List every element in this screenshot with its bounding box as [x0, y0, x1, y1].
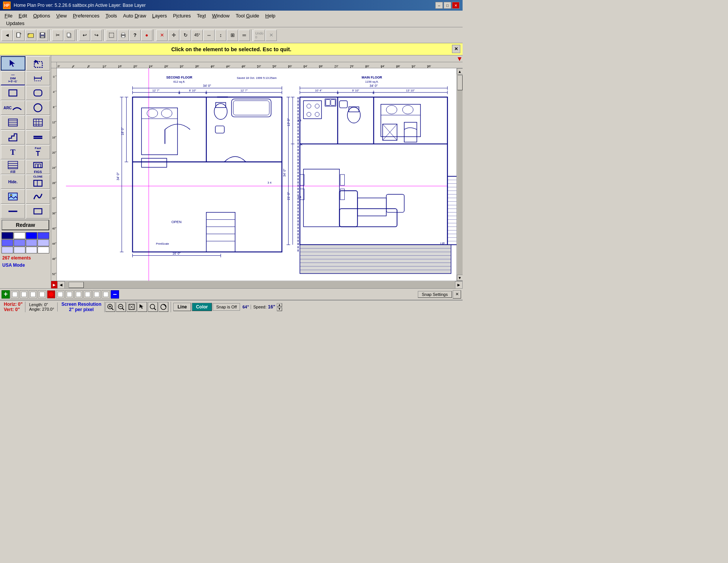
speed-up-button[interactable]: ▲ — [277, 303, 282, 307]
color-blue8[interactable] — [14, 247, 25, 253]
toolbar-cut[interactable]: ✂ — [52, 30, 63, 41]
menu-file[interactable]: File — [2, 11, 16, 20]
toolbar-move[interactable]: ✛ — [168, 30, 179, 41]
toolbar-mirror-v[interactable]: ↕ — [215, 30, 226, 41]
menu-options[interactable]: Options — [30, 11, 53, 20]
h-scroll-left-button[interactable]: ◄ — [57, 281, 65, 288]
text-tool[interactable]: T — [1, 145, 25, 159]
hide-tool[interactable]: Hide. — [1, 175, 25, 189]
minimize-button[interactable]: – — [435, 2, 443, 9]
arc-tool[interactable]: ARC — [1, 101, 25, 115]
toolbar-help[interactable]: ? — [129, 30, 141, 41]
menu-tools[interactable]: Tools — [102, 11, 120, 20]
color-dark-blue[interactable] — [2, 232, 13, 239]
snap-dot-white-5[interactable] — [56, 290, 64, 299]
picture-tool[interactable] — [1, 189, 25, 204]
select-arrow-tool[interactable] — [1, 56, 25, 71]
color-white2[interactable] — [38, 247, 49, 253]
toolbar-redo[interactable]: ↪ — [91, 30, 102, 41]
zoom-in-button[interactable] — [105, 302, 115, 312]
toolbar-undo2[interactable]: Undo0 — [254, 30, 265, 41]
snap-dot-white-7[interactable] — [74, 290, 83, 299]
menu-text[interactable]: Text — [194, 11, 209, 20]
menu-preferences[interactable]: Preferences — [70, 11, 102, 20]
toolbar-record[interactable]: ● — [141, 30, 152, 41]
menu-window[interactable]: Window — [209, 11, 232, 20]
dim-tool[interactable] — [26, 71, 50, 85]
maximize-button[interactable]: □ — [444, 2, 451, 9]
select-zoom-button[interactable] — [137, 302, 147, 312]
toolbar-arrange[interactable]: ⊞ — [227, 30, 238, 41]
menu-layers[interactable]: Layers — [149, 11, 170, 20]
snap-dot-white-2[interactable] — [20, 290, 28, 299]
redraw-button[interactable]: Redraw — [2, 220, 49, 230]
down-arrow-indicator[interactable] — [457, 55, 463, 62]
line2-tool[interactable] — [1, 204, 25, 219]
color-blue2[interactable] — [38, 232, 49, 239]
menu-pictures[interactable]: Pictures — [170, 11, 194, 20]
snap-off-indicator[interactable]: Snap is Off — [213, 303, 240, 311]
snap-plus-button[interactable]: + — [2, 290, 10, 299]
snap-dot-white-1[interactable] — [11, 290, 19, 299]
toolbar-redo2[interactable]: ✕ — [265, 30, 277, 41]
snap-dot-red[interactable] — [47, 290, 55, 299]
color-blue1[interactable] — [26, 232, 38, 239]
menu-updates[interactable]: Updates — [3, 20, 27, 26]
select-box-tool[interactable] — [26, 56, 50, 71]
snap-dot-white-9[interactable] — [93, 290, 101, 299]
toolbar-rotate[interactable]: ↻ — [180, 30, 191, 41]
toolbar-delete[interactable]: ✕ — [156, 30, 168, 41]
color-blue5[interactable] — [26, 239, 38, 246]
scroll-track[interactable] — [457, 74, 463, 275]
line-tool[interactable]: —DIM ⊢5'⊣1' — [1, 71, 25, 85]
line-mode-button[interactable]: Line — [173, 303, 191, 311]
scroll-down-button[interactable]: ▼ — [457, 275, 463, 281]
fill-tool[interactable]: Fill — [1, 160, 25, 174]
scroll-up-button[interactable]: ▲ — [457, 68, 463, 74]
toolbar-copy[interactable] — [64, 30, 75, 41]
red-arrow-button[interactable]: ► — [51, 281, 57, 288]
circle-tool[interactable] — [26, 101, 50, 115]
grid-tool[interactable] — [26, 115, 50, 130]
toolbar-new[interactable] — [13, 30, 25, 41]
speed-down-button[interactable]: ▼ — [277, 307, 282, 311]
fast-text-tool[interactable]: Fast T — [26, 145, 50, 159]
floorplan-area[interactable]: SECOND FLOOR 612 sq.ft. Saved 18 Oct. 19… — [57, 68, 457, 281]
color-blue6[interactable] — [38, 239, 49, 246]
beam-tool[interactable] — [26, 130, 50, 145]
snap-settings-button[interactable]: Snap Settings — [418, 291, 452, 298]
zoom-search-button[interactable] — [148, 302, 158, 312]
wall-tool[interactable] — [1, 115, 25, 130]
snap-dot-white-8[interactable] — [83, 290, 92, 299]
toolbar-mirror-h[interactable]: ↔ — [203, 30, 215, 41]
snap-dot-white-4[interactable] — [38, 290, 46, 299]
color-white[interactable] — [14, 232, 25, 239]
snap-dot-white-6[interactable] — [65, 290, 74, 299]
h-scroll-track[interactable] — [65, 282, 455, 288]
figs-tool[interactable]: FIGS — [26, 160, 50, 174]
menu-toolguide[interactable]: Tool Guide — [232, 11, 262, 20]
h-scroll-thumb[interactable] — [69, 282, 84, 288]
fit-screen-button[interactable] — [127, 302, 136, 312]
toolbar-rotate45[interactable]: 45° — [191, 30, 203, 41]
snap-dot-white-10[interactable] — [102, 290, 110, 299]
snap-minus-button[interactable]: – — [111, 290, 119, 299]
color-blue3[interactable] — [2, 239, 13, 246]
zoom-out-button[interactable] — [116, 302, 126, 312]
status-close-button[interactable]: ✕ — [452, 45, 460, 53]
color-blue7[interactable] — [2, 247, 13, 253]
toolbar-select-rect[interactable] — [106, 30, 117, 41]
rect-tool[interactable] — [1, 86, 25, 100]
snap-close-button[interactable]: ✕ — [453, 290, 461, 299]
color-mode-button[interactable]: Color — [192, 303, 212, 311]
rect2-tool[interactable] — [26, 204, 50, 219]
snap-dot-white-3[interactable] — [29, 290, 37, 299]
menu-view[interactable]: View — [53, 11, 70, 20]
menu-edit[interactable]: Edit — [16, 11, 30, 20]
toolbar-save[interactable] — [37, 30, 48, 41]
toolbar-undo[interactable]: ↩ — [79, 30, 90, 41]
toolbar-open[interactable] — [25, 30, 36, 41]
h-scroll-right-button[interactable]: ► — [455, 281, 463, 288]
color-blue4[interactable] — [14, 239, 25, 246]
spline-tool[interactable] — [26, 189, 50, 204]
